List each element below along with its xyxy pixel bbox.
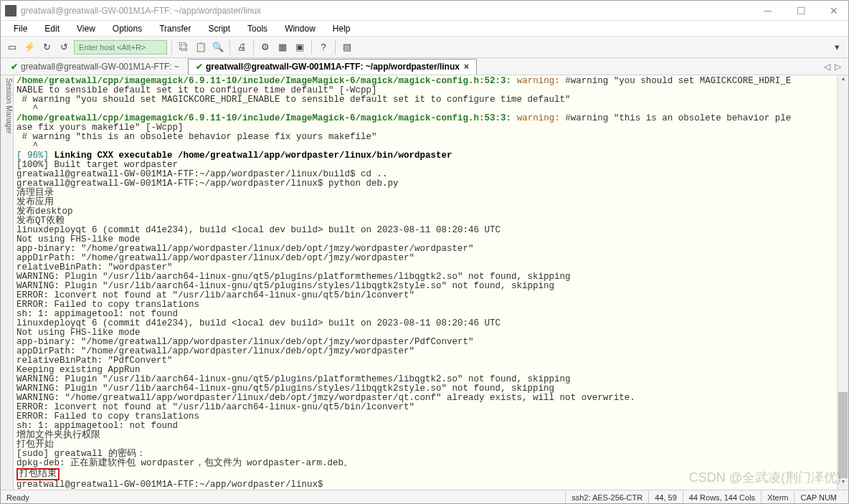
terminal-scrollbar[interactable]: ▴ ▾ (837, 75, 848, 490)
tab-right-icon[interactable]: ▷ (835, 62, 841, 72)
window-controls: ─ ☐ ✕ (758, 4, 844, 18)
status-ready: Ready (6, 493, 565, 502)
find-icon[interactable]: 🔍 (211, 40, 225, 54)
toggle-icon[interactable]: ▨ (340, 40, 354, 54)
emulation-icon[interactable]: ▣ (293, 40, 307, 54)
toolbar: ▭ ⚡ ↻ ↺ ⿻ 📋 🔍 🖨 ⚙ ▦ ▣ ? ▨ ▾ (1, 37, 848, 58)
minimize-button[interactable]: ─ (758, 4, 778, 18)
paste-icon[interactable]: 📋 (194, 40, 208, 54)
menu-options[interactable]: Options (105, 22, 149, 35)
tab-left-icon[interactable]: ◁ (824, 62, 830, 72)
app-icon (5, 5, 16, 16)
separator (311, 40, 312, 54)
main: Session Manager /home/greatwall/cpp/imag… (1, 75, 848, 490)
status-cursor: 44, 59 (648, 490, 683, 504)
help-icon[interactable]: ? (316, 40, 331, 54)
separator (171, 40, 172, 54)
separator (253, 40, 254, 54)
window-title: greatwall@greatwall-GW-001M1A-FTF: ~/app… (21, 6, 758, 16)
settings-icon[interactable]: ⚙ (258, 40, 272, 54)
menu-help[interactable]: Help (326, 22, 358, 35)
reconnect-icon[interactable]: ↻ (39, 40, 54, 54)
close-button[interactable]: ✕ (824, 4, 844, 18)
session-options-icon[interactable]: ▦ (275, 40, 290, 54)
separator (229, 40, 230, 54)
status-term: Xterm (761, 490, 794, 504)
menubar: File Edit View Options Transfer Script T… (1, 21, 848, 37)
tabbar: ✔ greatwall@greatwall-GW-001M1A-FTF: ~ ✔… (1, 58, 848, 75)
terminal[interactable]: /home/greatwall/cpp/imagemagick/6.9.11-1… (14, 75, 837, 490)
menu-view[interactable]: View (70, 22, 103, 35)
session-manager-panel[interactable]: Session Manager (1, 75, 14, 490)
status-caps: CAP NUM (794, 490, 843, 504)
close-tab-icon[interactable]: × (464, 62, 469, 72)
session-manager-icon[interactable]: ▭ (5, 40, 19, 54)
separator (335, 40, 336, 54)
scroll-up-icon[interactable]: ▴ (838, 75, 848, 87)
menu-tools[interactable]: Tools (240, 22, 275, 35)
menu-edit[interactable]: Edit (37, 22, 67, 35)
copy-icon[interactable]: ⿻ (176, 40, 191, 54)
highlighted-output: 打包结束 (16, 468, 60, 480)
print-icon[interactable]: 🖨 (234, 40, 249, 54)
menu-script[interactable]: Script (201, 22, 237, 35)
menu-window[interactable]: Window (278, 22, 323, 35)
quick-connect-icon[interactable]: ⚡ (22, 40, 37, 54)
menu-file[interactable]: File (6, 22, 34, 35)
statusbar: Ready ssh2: AES-256-CTR 44, 59 44 Rows, … (1, 490, 848, 504)
maximize-button[interactable]: ☐ (791, 4, 811, 18)
host-input[interactable] (74, 40, 167, 54)
dropdown-icon[interactable]: ▾ (830, 40, 844, 54)
status-size: 44 Rows, 144 Cols (683, 490, 761, 504)
connected-icon: ✔ (196, 62, 203, 72)
scroll-thumb[interactable] (838, 392, 848, 478)
tab-scroll: ◁ ▷ (824, 62, 845, 72)
tab-label: greatwall@greatwall-GW-001M1A-FTF: ~ (21, 62, 179, 72)
session-tab-2[interactable]: ✔ greatwall@greatwall-GW-001M1A-FTF: ~/a… (188, 59, 477, 75)
menu-transfer[interactable]: Transfer (152, 22, 198, 35)
connected-icon: ✔ (11, 62, 18, 72)
session-tab-1[interactable]: ✔ greatwall@greatwall-GW-001M1A-FTF: ~ (4, 59, 186, 75)
status-connection: ssh2: AES-256-CTR (565, 490, 648, 504)
scroll-down-icon[interactable]: ▾ (838, 478, 848, 490)
titlebar: greatwall@greatwall-GW-001M1A-FTF: ~/app… (1, 1, 848, 21)
tab-label: greatwall@greatwall-GW-001M1A-FTF: ~/app… (206, 62, 460, 72)
disconnect-icon[interactable]: ↺ (57, 40, 71, 54)
